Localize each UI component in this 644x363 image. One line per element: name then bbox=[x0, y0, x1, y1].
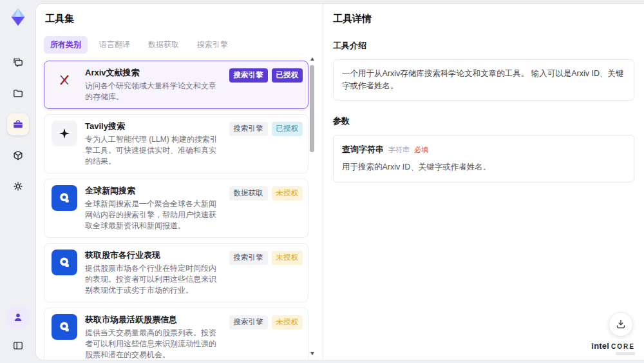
rail-item-user[interactable] bbox=[7, 306, 29, 328]
category-badge: 搜索引擎 bbox=[229, 122, 268, 136]
tool-card-body: Arxiv文献搜索访问各个研究领域大量科学论文和文章的存储库。 bbox=[85, 67, 222, 103]
tool-name: Tavily搜索 bbox=[85, 121, 222, 132]
rail-item-toolbox[interactable] bbox=[7, 113, 29, 135]
auth-status-badge: 已授权 bbox=[272, 68, 303, 83]
news-q-logo-icon bbox=[57, 190, 72, 206]
chat-bubbles-icon bbox=[12, 56, 24, 69]
auth-status-badge: 未授权 bbox=[272, 251, 303, 265]
core-word: CORE bbox=[611, 343, 635, 350]
page-title: 工具集 bbox=[44, 13, 308, 25]
category-tabs: 所有类别语言翻译数据获取搜索引擎 bbox=[44, 36, 308, 54]
layout-panel-icon bbox=[12, 339, 24, 352]
tab-1[interactable]: 语言翻译 bbox=[93, 36, 137, 54]
tool-icon bbox=[52, 314, 77, 340]
list-scrollbar[interactable] bbox=[310, 57, 314, 355]
app-rail bbox=[0, 0, 35, 363]
intel-word: intel bbox=[591, 341, 609, 351]
tab-3[interactable]: 搜索引擎 bbox=[191, 36, 234, 54]
parameter-description: 用于搜索的Arxiv ID、关键字或作者姓名。 bbox=[342, 161, 625, 173]
gem-logo-icon bbox=[7, 6, 29, 28]
rail-item-settings[interactable] bbox=[7, 175, 29, 197]
parameter-header: 查询字符串 字符串 必填 bbox=[342, 144, 625, 155]
cube-icon bbox=[12, 149, 24, 162]
tool-card[interactable]: 全球新闻搜索全球新闻搜索是一个聚合全球各大新闻网站内容的搜索引擎，帮助用户快速获… bbox=[44, 179, 308, 238]
tool-description: 提供当天交易量最高的股票列表。投资者可以利用这些信息来识别流动性强的股票和潜在的… bbox=[85, 328, 222, 360]
tool-badges: 搜索引擎未授权 bbox=[229, 250, 303, 296]
tool-card-body: 全球新闻搜索全球新闻搜索是一个聚合全球各大新闻网站内容的搜索引擎，帮助用户快速获… bbox=[85, 185, 222, 231]
folder-icon bbox=[12, 87, 24, 100]
tool-description: 全球新闻搜索是一个聚合全球各大新闻网站内容的搜索引擎，帮助用户快速获取全球最新资… bbox=[85, 199, 222, 231]
rail-item-models[interactable] bbox=[7, 144, 29, 166]
tool-description: 专为人工智能代理 (LLM) 构建的搜索引擎工具。可快速提供实时、准确和真实的结… bbox=[85, 134, 222, 167]
category-badge: 搜索引擎 bbox=[229, 315, 268, 329]
gear-icon bbox=[12, 180, 24, 193]
tool-description: 访问各个研究领域大量科学论文和文章的存储库。 bbox=[85, 81, 222, 103]
parameter-name: 查询字符串 bbox=[342, 144, 384, 155]
tab-2[interactable]: 数据获取 bbox=[142, 36, 185, 54]
tool-name: 获取股市各行业表现 bbox=[85, 250, 222, 261]
news-q-logo-icon bbox=[57, 319, 72, 335]
tool-badges: 数据获取未授权 bbox=[229, 185, 303, 231]
user-icon bbox=[12, 311, 24, 324]
tool-name: 获取市场最活跃股票信息 bbox=[85, 314, 222, 326]
intel-core-logo: intel CORE bbox=[591, 341, 635, 355]
tool-card-body: 获取市场最活跃股票信息提供当天交易量最高的股票列表。投资者可以利用这些信息来识别… bbox=[85, 314, 222, 360]
tool-badges: 搜索引擎未授权 bbox=[229, 314, 303, 360]
rail-item-panel-toggle[interactable] bbox=[7, 335, 29, 357]
tool-card[interactable]: 获取股市各行业表现提供股票市场各个行业在特定时间段内的表现。投资者可以利用这些信… bbox=[44, 243, 308, 302]
arxiv-logo-icon bbox=[57, 73, 71, 87]
tool-details-pane: 工具详情 工具介绍 一个用于从Arxiv存储库搜索科学论文和文章的工具。 输入可… bbox=[323, 4, 644, 360]
parameter-required-badge: 必填 bbox=[414, 145, 428, 155]
scrollbar-thumb[interactable] bbox=[310, 65, 314, 152]
auth-status-badge: 已授权 bbox=[272, 122, 303, 136]
tool-icon bbox=[52, 250, 77, 275]
details-title: 工具详情 bbox=[333, 13, 634, 25]
tool-list-pane: 工具集 所有类别语言翻译数据获取搜索引擎 Arxiv文献搜索访问各个研究领域大量… bbox=[36, 4, 323, 360]
tool-card[interactable]: 获取市场最活跃股票信息提供当天交易量最高的股票列表。投资者可以利用这些信息来识别… bbox=[44, 308, 308, 360]
tool-description: 提供股票市场各个行业在特定时间段内的表现。投资者可以利用这些信息来识别表现优于或… bbox=[85, 263, 222, 296]
tool-intro-box: 一个用于从Arxiv存储库搜索科学论文和文章的工具。 输入可以是Arxiv ID… bbox=[333, 59, 634, 101]
briefcase-icon bbox=[12, 118, 24, 131]
intel-sub-badge bbox=[616, 352, 635, 355]
download-button[interactable] bbox=[609, 312, 633, 337]
news-q-logo-icon bbox=[57, 255, 72, 270]
download-icon bbox=[614, 318, 627, 331]
auth-status-badge: 未授权 bbox=[272, 315, 303, 329]
intel-core-wordmark: intel CORE bbox=[591, 341, 635, 351]
parameter-type: 字符串 bbox=[388, 145, 410, 155]
tool-icon bbox=[52, 121, 77, 146]
rail-item-chat[interactable] bbox=[7, 52, 29, 74]
rail-item-files[interactable] bbox=[7, 83, 29, 104]
tool-icon bbox=[52, 67, 77, 93]
tool-icon bbox=[52, 185, 77, 211]
category-badge: 搜索引擎 bbox=[229, 251, 268, 265]
tab-0[interactable]: 所有类别 bbox=[44, 36, 88, 54]
tool-badges: 搜索引擎已授权 bbox=[229, 121, 303, 167]
tool-card[interactable]: Tavily搜索专为人工智能代理 (LLM) 构建的搜索引擎工具。可快速提供实时… bbox=[44, 114, 308, 173]
tool-intro-text: 一个用于从Arxiv存储库搜索科学论文和文章的工具。 输入可以是Arxiv ID… bbox=[342, 69, 624, 90]
main-panel: 工具集 所有类别语言翻译数据获取搜索引擎 Arxiv文献搜索访问各个研究领域大量… bbox=[35, 3, 644, 360]
tool-name: Arxiv文献搜索 bbox=[85, 67, 222, 79]
tool-badges: 搜索引擎已授权 bbox=[229, 67, 303, 103]
scroll-down-arrow-icon[interactable] bbox=[310, 352, 314, 355]
params-section-header: 参数 bbox=[333, 115, 634, 127]
tool-card-body: 获取股市各行业表现提供股票市场各个行业在特定时间段内的表现。投资者可以利用这些信… bbox=[85, 250, 222, 296]
intro-section-header: 工具介绍 bbox=[333, 40, 634, 52]
tavily-star-icon bbox=[57, 126, 71, 141]
tool-card-body: Tavily搜索专为人工智能代理 (LLM) 构建的搜索引擎工具。可快速提供实时… bbox=[85, 121, 222, 167]
category-badge: 数据获取 bbox=[229, 186, 268, 201]
scroll-up-arrow-icon[interactable] bbox=[310, 57, 314, 61]
app-logo[interactable] bbox=[6, 5, 30, 30]
parameter-box: 查询字符串 字符串 必填 用于搜索的Arxiv ID、关键字或作者姓名。 bbox=[333, 135, 634, 182]
tool-name: 全球新闻搜索 bbox=[85, 185, 222, 197]
tool-list: Arxiv文献搜索访问各个研究领域大量科学论文和文章的存储库。搜索引擎已授权Ta… bbox=[44, 61, 308, 360]
auth-status-badge: 未授权 bbox=[272, 186, 303, 201]
category-badge: 搜索引擎 bbox=[229, 68, 268, 83]
tool-card[interactable]: Arxiv文献搜索访问各个研究领域大量科学论文和文章的存储库。搜索引擎已授权 bbox=[44, 61, 308, 109]
